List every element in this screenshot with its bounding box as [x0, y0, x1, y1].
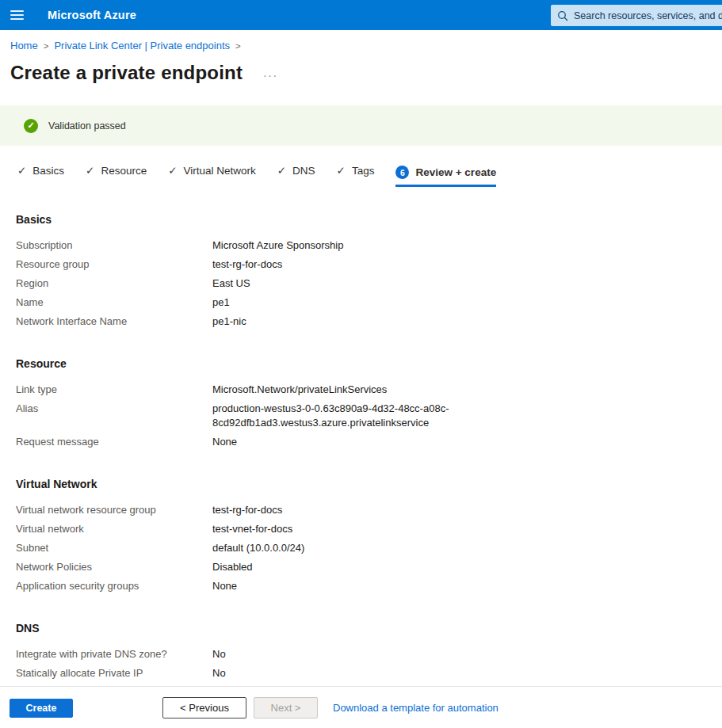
page-title: Create a private endpoint — [10, 62, 243, 84]
section-resource: Resource Link type Microsoft.Network/pri… — [16, 357, 722, 452]
tab-label: Tags — [352, 165, 375, 177]
hamburger-icon — [10, 10, 24, 12]
step-6-badge: 6 — [395, 166, 409, 179]
review-row: Resource group test-rg-for-docs — [16, 255, 722, 274]
row-label: Subscription — [16, 238, 212, 253]
row-value: Microsoft Azure Sponsorship — [212, 238, 343, 253]
review-row: Name pe1 — [16, 293, 722, 312]
review-row: Virtual network test-vnet-for-docs — [16, 520, 722, 539]
breadcrumb-private-link-center-link[interactable]: Private Link Center | Private endpoints — [54, 40, 230, 51]
check-icon: ✓ — [337, 164, 346, 177]
title-row: Create a private endpoint ··· — [10, 62, 722, 84]
review-row: Network Policies Disabled — [16, 558, 722, 577]
row-label: Subnet — [16, 541, 212, 555]
row-label: Alias — [16, 402, 212, 430]
section-title: Virtual Network — [16, 478, 722, 490]
breadcrumb-home-link[interactable]: Home — [10, 40, 38, 51]
section-title: DNS — [16, 622, 722, 635]
check-icon: ✓ — [168, 164, 177, 177]
review-row: Network Interface Name pe1-nic — [16, 312, 722, 331]
row-label: Virtual network resource group — [16, 503, 212, 517]
section-title: Basics — [16, 213, 722, 226]
row-label: Network Policies — [16, 560, 212, 574]
validation-message: Validation passed — [48, 120, 126, 131]
review-row: Application security groups None — [16, 577, 722, 596]
row-value: production-westus3-0-0.63c890a9-4d32-48c… — [212, 402, 457, 430]
row-label: Request message — [16, 435, 212, 449]
tab-label: DNS — [292, 165, 315, 177]
review-row: Statically allocate Private IP No — [16, 664, 722, 683]
tab-label: Basics — [32, 165, 64, 177]
wizard-tabs: ✓ Basics ✓ Resource ✓ Virtual Network ✓ … — [0, 164, 722, 187]
tab-virtual-network[interactable]: ✓ Virtual Network — [168, 164, 256, 187]
review-content: Basics Subscription Microsoft Azure Spon… — [0, 213, 722, 683]
previous-button[interactable]: < Previous — [162, 697, 246, 718]
tab-tags[interactable]: ✓ Tags — [337, 164, 375, 187]
ellipsis-icon: ··· — [263, 69, 278, 82]
review-row: Subnet default (10.0.0.0/24) — [16, 539, 722, 558]
breadcrumb: Home > Private Link Center | Private end… — [0, 30, 722, 51]
next-button: Next > — [254, 697, 318, 718]
row-label: Integrate with private DNS zone? — [16, 647, 212, 661]
section-virtual-network: Virtual Network Virtual network resource… — [16, 478, 722, 596]
topbar: Microsoft Azure — [0, 0, 722, 30]
row-label: Application security groups — [16, 579, 212, 593]
row-label: Virtual network — [16, 522, 212, 536]
row-value: None — [212, 435, 237, 449]
tab-resource[interactable]: ✓ Resource — [86, 164, 147, 187]
validation-banner: ✓ Validation passed — [0, 105, 722, 146]
success-check-icon: ✓ — [24, 119, 38, 133]
row-value: No — [212, 647, 226, 661]
chevron-right-icon: > — [44, 41, 49, 51]
section-basics: Basics Subscription Microsoft Azure Spon… — [16, 213, 722, 331]
create-button[interactable]: Create — [10, 699, 73, 718]
wizard-footer: Create < Previous Next > Download a temp… — [0, 686, 722, 728]
row-label: Region — [16, 276, 212, 291]
review-row: Alias production-westus3-0-0.63c890a9-4d… — [16, 399, 722, 433]
download-template-link[interactable]: Download a template for automation — [333, 702, 499, 714]
row-value: test-vnet-for-docs — [212, 522, 292, 536]
row-label: Network Interface Name — [16, 314, 212, 329]
row-value: No — [212, 666, 226, 680]
section-title: Resource — [16, 357, 722, 370]
row-value: Disabled — [212, 560, 253, 574]
search-input[interactable] — [574, 10, 722, 21]
row-value: test-rg-for-docs — [212, 257, 282, 272]
check-icon: ✓ — [277, 164, 286, 177]
chevron-right-icon: > — [235, 41, 241, 51]
row-value: None — [212, 579, 237, 593]
row-value: Microsoft.Network/privateLinkServices — [212, 383, 387, 397]
check-icon: ✓ — [86, 164, 94, 177]
tab-review-create[interactable]: 6 Review + create — [395, 166, 496, 187]
review-row: Subscription Microsoft Azure Sponsorship — [16, 236, 722, 255]
check-icon: ✓ — [17, 164, 26, 177]
review-row: Request message None — [16, 433, 722, 452]
row-value: test-rg-for-docs — [212, 503, 282, 517]
review-row: Virtual network resource group test-rg-f… — [16, 501, 722, 520]
row-value: pe1 — [212, 295, 230, 310]
review-row: Integrate with private DNS zone? No — [16, 645, 722, 664]
global-search[interactable] — [551, 5, 722, 26]
tab-dns[interactable]: ✓ DNS — [277, 164, 315, 187]
row-value: pe1-nic — [212, 314, 246, 329]
more-options-button[interactable]: ··· — [263, 69, 278, 82]
row-label: Resource group — [16, 257, 212, 272]
hamburger-menu-button[interactable] — [2, 0, 32, 30]
section-dns: DNS Integrate with private DNS zone? No … — [16, 622, 722, 683]
tab-label: Virtual Network — [183, 165, 255, 177]
search-icon — [557, 10, 568, 21]
tab-label: Review + create — [415, 166, 496, 178]
review-row: Link type Microsoft.Network/privateLinkS… — [16, 380, 722, 399]
row-label: Link type — [16, 383, 212, 397]
row-value: default (10.0.0.0/24) — [212, 541, 304, 555]
row-label: Statically allocate Private IP — [16, 666, 212, 680]
review-row: Region East US — [16, 274, 722, 293]
app-title: Microsoft Azure — [48, 9, 136, 21]
row-value: East US — [212, 276, 250, 291]
tab-label: Resource — [101, 165, 147, 177]
row-label: Name — [16, 295, 212, 310]
tab-basics[interactable]: ✓ Basics — [17, 164, 64, 187]
